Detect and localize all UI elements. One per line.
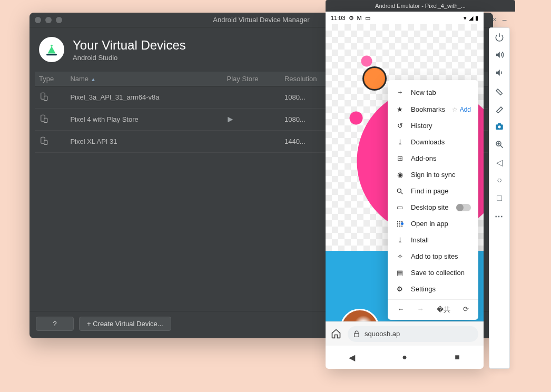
- emulator-window: Android Emulator - Pixel_4_with_... 11:0…: [326, 0, 515, 369]
- volume-up-icon[interactable]: [494, 49, 505, 61]
- search-icon: [395, 188, 405, 195]
- svg-point-11: [399, 221, 400, 222]
- menu-label: Install: [411, 236, 429, 244]
- gear-status-icon: ⚙: [349, 15, 354, 22]
- power-icon[interactable]: [494, 31, 505, 43]
- min-dot[interactable]: [45, 17, 52, 23]
- menu-label: Desktop site: [411, 203, 449, 211]
- svg-point-20: [498, 125, 500, 128]
- menu-signin[interactable]: ◉ Sign in to sync: [388, 166, 478, 183]
- url-text: squoosh.ap: [365, 330, 400, 338]
- signal-icon: ◢: [469, 15, 473, 22]
- bookmarks-add[interactable]: ☆ Add: [452, 106, 471, 113]
- traffic-lights[interactable]: [35, 17, 62, 23]
- nav-recent[interactable]: ■: [451, 352, 463, 362]
- gear-icon: ⚙: [395, 285, 405, 293]
- install-icon: ⤓: [395, 236, 405, 244]
- menu-label: Settings: [411, 285, 436, 293]
- android-studio-icon: [39, 37, 64, 62]
- collection-icon: ▤: [395, 269, 405, 277]
- wifi-icon: ▾: [464, 15, 467, 22]
- menu-save-collection[interactable]: ▤ Save to collection: [388, 264, 478, 281]
- close-dot[interactable]: [35, 17, 41, 23]
- emu-window-title[interactable]: Android Emulator - Pixel_4_with_...: [326, 0, 515, 12]
- home-icon[interactable]: ○: [494, 174, 505, 186]
- svg-point-14: [399, 223, 400, 224]
- zoom-icon[interactable]: [494, 139, 505, 150]
- play-store-icon: [227, 116, 276, 123]
- squoosh-logo: [362, 66, 387, 91]
- max-dot[interactable]: [56, 17, 62, 23]
- col-name[interactable]: Name▲: [66, 72, 222, 86]
- menu-label: New tab: [411, 89, 436, 96]
- device-icon: [39, 136, 48, 145]
- nav-home[interactable]: ●: [399, 352, 410, 362]
- menu-addons[interactable]: ⊞ Add-ons: [388, 150, 478, 166]
- svg-point-16: [397, 225, 398, 226]
- help-button[interactable]: ?: [36, 317, 74, 331]
- menu-back[interactable]: ←: [397, 305, 404, 315]
- account-icon: ◉: [395, 171, 405, 179]
- overview-icon[interactable]: □: [494, 192, 505, 204]
- menu-find[interactable]: Find in page: [388, 183, 478, 199]
- menu-desktop[interactable]: ▭ Desktop site: [388, 199, 478, 215]
- star-filled-icon: ★: [395, 105, 405, 113]
- page-title: Your Virtual Devices: [73, 38, 186, 53]
- nav-back[interactable]: ◀: [346, 352, 358, 362]
- svg-rect-7: [44, 140, 47, 144]
- sample-image-thumbnail[interactable]: [340, 309, 379, 321]
- menu-new-tab[interactable]: ＋ New tab: [388, 83, 478, 101]
- toolbar-minimize[interactable]: –: [503, 15, 507, 24]
- col-type[interactable]: Type: [35, 72, 66, 86]
- svg-rect-21: [498, 123, 501, 125]
- menu-history[interactable]: ↺ History: [388, 117, 478, 134]
- url-field[interactable]: squoosh.ap: [348, 326, 478, 342]
- menu-label: Add-ons: [411, 154, 436, 162]
- more-icon[interactable]: ⋯: [494, 210, 505, 222]
- pin-icon: ✧: [395, 252, 405, 260]
- cell-play-store: [222, 131, 280, 153]
- menu-top-sites[interactable]: ✧ Add to top sites: [388, 248, 478, 264]
- svg-point-13: [397, 223, 398, 224]
- phone-screen: 11:03 ⚙ M ▭ ▾ ◢ ▮ Or try: [326, 12, 484, 369]
- menu-label: Open in app: [411, 220, 448, 228]
- url-bar: squoosh.ap: [326, 321, 484, 346]
- menu-label: Save to collection: [411, 269, 465, 277]
- screenshot-icon[interactable]: [494, 121, 505, 132]
- menu-reload[interactable]: ⟳: [463, 305, 469, 315]
- svg-rect-1: [46, 54, 57, 56]
- col-resolution[interactable]: Resolution: [280, 72, 331, 86]
- menu-nav-row: ← → �共 ⟳: [388, 299, 478, 317]
- svg-point-10: [397, 221, 398, 222]
- message-status-icon: ▭: [365, 15, 370, 22]
- menu-settings[interactable]: ⚙ Settings: [388, 281, 478, 297]
- rotate-right-icon[interactable]: [494, 103, 505, 114]
- menu-forward: →: [417, 305, 424, 315]
- webpage-viewport[interactable]: Or try ＋ New tab ★ Bookmarks ☆ Add: [326, 24, 484, 321]
- menu-label: Find in page: [411, 187, 449, 195]
- svg-point-17: [399, 225, 400, 226]
- menu-downloads[interactable]: ⤓ Downloads: [388, 134, 478, 150]
- home-icon[interactable]: [331, 328, 342, 340]
- desktop-site-toggle[interactable]: [456, 204, 471, 211]
- rotate-left-icon[interactable]: [494, 85, 505, 96]
- cell-play-store: [222, 86, 280, 109]
- download-icon: ⤓: [395, 138, 405, 146]
- col-play-store[interactable]: Play Store: [222, 72, 280, 86]
- svg-line-23: [500, 145, 503, 148]
- menu-open-in-app[interactable]: Open in app: [388, 215, 478, 232]
- cell-name: Pixel_3a_API_31_arm64-v8a: [66, 86, 222, 109]
- puzzle-icon: ⊞: [395, 154, 405, 162]
- back-icon[interactable]: ◁: [494, 156, 505, 168]
- volume-down-icon[interactable]: [494, 67, 505, 79]
- create-virtual-device-button[interactable]: + Create Virtual Device...: [79, 317, 171, 331]
- menu-install[interactable]: ⤓ Install: [388, 232, 478, 248]
- menu-share[interactable]: �共: [437, 305, 450, 315]
- toolbar-close[interactable]: ×: [493, 15, 497, 24]
- svg-rect-5: [44, 118, 47, 122]
- menu-label: Add to top sites: [411, 252, 458, 260]
- cell-name: Pixel 4 with Play Store: [66, 109, 222, 131]
- lock-icon: [353, 330, 360, 338]
- menu-bookmarks[interactable]: ★ Bookmarks ☆ Add: [388, 101, 478, 117]
- menu-label: Downloads: [411, 138, 445, 146]
